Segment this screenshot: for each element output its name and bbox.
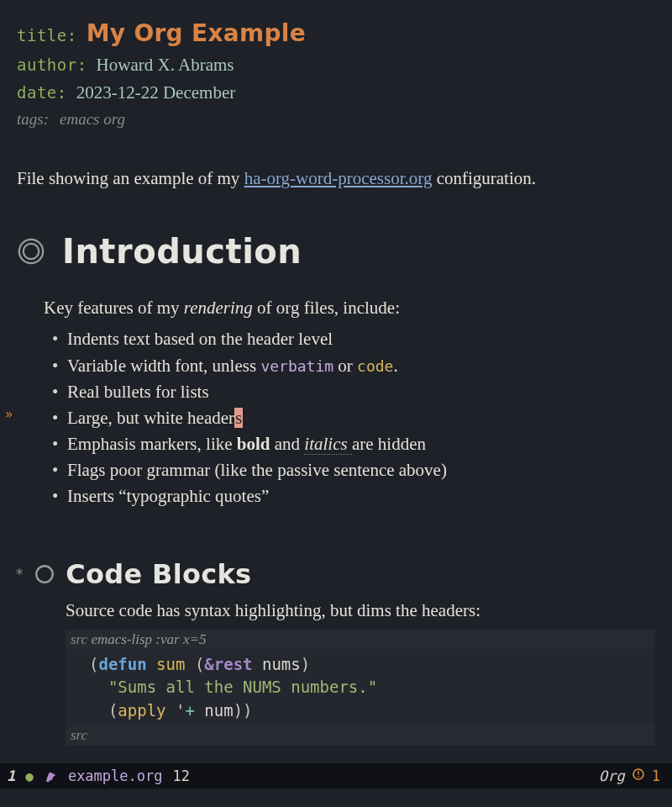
echo-area	[0, 789, 672, 807]
intro-text-after: configuration.	[432, 168, 536, 188]
heading-bullet-icon	[17, 237, 45, 266]
heading-text: Introduction	[62, 232, 302, 271]
meta-title-key: title:	[17, 26, 77, 45]
meta-date-value: 2023-12-22 December	[76, 82, 236, 103]
source-block-code[interactable]: (defun sum (&rest nums) "Sums all the NU…	[66, 650, 655, 726]
meta-tags-line: tags: emacs org	[17, 106, 655, 132]
svg-rect-5	[638, 776, 638, 778]
intro-paragraph: File showing an example of my ha-org-wor…	[17, 166, 655, 191]
meta-date-line: date: 2023-12-22 December	[17, 79, 655, 107]
meta-date-key: date:	[17, 83, 67, 102]
feature-list: Indents text based on the header level V…	[52, 326, 655, 509]
list-item: Large, but white headers	[52, 405, 655, 431]
heading-introduction: Introduction	[17, 232, 655, 271]
svg-point-1	[24, 244, 39, 259]
meta-title-line: title: My Org Example	[17, 15, 655, 51]
config-link[interactable]: ha-org-word-processor.org	[244, 168, 433, 188]
source-block: src emacs-lisp :var x=5 (defun sum (&res…	[66, 630, 655, 746]
section-introduction-body: Key features of my rendering of org file…	[44, 294, 655, 509]
unicorn-icon	[44, 769, 58, 783]
buffer-filename[interactable]: example.org	[68, 767, 163, 784]
intro-text-before: File showing an example of my	[17, 168, 244, 188]
line-number: 12	[172, 767, 189, 784]
heading-code-blocks: * Code Blocks	[15, 558, 655, 590]
heading-text: Code Blocks	[66, 558, 251, 590]
meta-author-line: author: Howard X. Abrams	[17, 51, 655, 79]
modeline[interactable]: 1 ● example.org 12 Org 1	[0, 763, 672, 789]
section-code-blocks-body: Source code has syntax highlighting, but…	[66, 597, 655, 746]
warning-count: 1	[652, 767, 660, 784]
meta-title-value: My Org Example	[87, 19, 306, 47]
bold-word: bold	[237, 434, 270, 454]
modeline-right: Org 1	[599, 767, 660, 784]
features-intro: Key features of my rendering of org file…	[44, 294, 655, 322]
code-blocks-intro: Source code has syntax highlighting, but…	[66, 597, 655, 625]
meta-tags-value: emacs org	[60, 110, 125, 128]
list-item: Real bullets for lists	[52, 379, 655, 405]
fringe-indicator-icon: »	[5, 407, 13, 422]
warning-icon[interactable]	[632, 767, 645, 784]
verbatim-text: verbatim	[260, 357, 333, 375]
modified-indicator-icon: ●	[25, 768, 34, 784]
list-item: Flags poor grammar (like the passive sen…	[52, 457, 655, 483]
svg-point-2	[37, 566, 54, 583]
meta-author-key: author:	[17, 55, 87, 74]
heading-bullet-icon	[34, 563, 55, 585]
source-block-header: src emacs-lisp :var x=5	[66, 630, 655, 650]
list-item: Indents text based on the header level	[52, 326, 655, 352]
heading-star: *	[15, 566, 24, 583]
window-number: 1	[7, 767, 15, 784]
text-cursor: s	[234, 408, 243, 428]
modeline-left: 1 ● example.org 12	[7, 767, 190, 784]
meta-tags-key: tags:	[17, 110, 49, 128]
svg-rect-4	[638, 771, 638, 775]
italic-word: italics	[304, 434, 352, 455]
list-item: Emphasis markers, like bold and italics …	[52, 431, 655, 457]
italic-word: rendering	[184, 298, 253, 318]
code-text: code	[357, 357, 393, 375]
source-block-footer: src	[66, 725, 655, 746]
editor-buffer[interactable]: » title: My Org Example author: Howard X…	[0, 0, 672, 763]
major-mode[interactable]: Org	[599, 767, 625, 784]
list-item: Inserts “typographic quotes”	[52, 483, 655, 509]
list-item: Variable width font, unless verbatim or …	[52, 353, 655, 379]
meta-author-value: Howard X. Abrams	[97, 55, 234, 75]
